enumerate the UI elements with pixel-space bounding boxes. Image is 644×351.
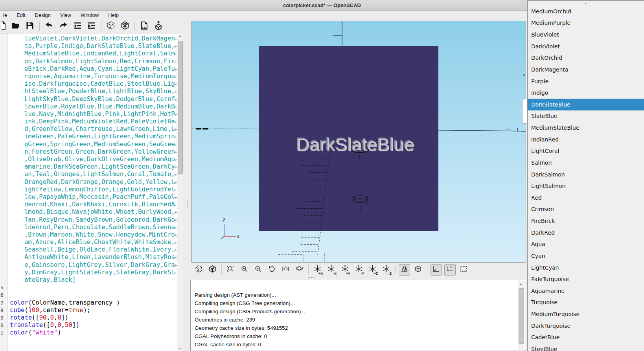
show-scale-icon: 10 [446, 265, 454, 275]
view-all-button[interactable]: 10 [280, 264, 291, 276]
dropdown-item[interactable]: CadetBlue [528, 332, 644, 344]
console-scrollbar[interactable]: ▲ [518, 281, 524, 350]
dropdown-item[interactable]: Crimson [528, 204, 644, 215]
view-left-button[interactable]: -X [326, 264, 337, 276]
console-output: Parsing design (AST generation)...Compil… [191, 280, 526, 349]
reset-view-button[interactable] [266, 264, 278, 276]
show-axes-icon [432, 265, 440, 275]
view-top-button[interactable]: +Z [367, 264, 378, 276]
preview-button[interactable]: » [193, 264, 204, 276]
export-stl-button[interactable]: STL [139, 21, 150, 32]
dropdown-item[interactable]: MediumTurquoise [528, 308, 644, 320]
indent-icon [87, 21, 96, 32]
dropdown-item[interactable]: FireBrick [528, 215, 644, 227]
open-file-button[interactable] [10, 21, 21, 32]
dropdown-item[interactable]: DarkViolet [528, 40, 644, 52]
dropdown-item[interactable]: Aqua [528, 239, 644, 250]
wrap-marker-icon: ↵ [174, 246, 177, 254]
toolbar-separator [395, 265, 396, 274]
dropdown-item[interactable]: DarkMagenta [528, 64, 644, 75]
dropdown-item[interactable]: Salmon [528, 157, 644, 169]
chevron-down-icon: ∨ [523, 73, 525, 77]
dropdown-item-selected[interactable]: DarkSlateBlue [528, 99, 644, 110]
dropdown-item[interactable]: Purple [528, 75, 644, 87]
dropdown-item[interactable]: Aquamarine [528, 285, 644, 297]
line-number: 5 [0, 284, 4, 291]
dropdown-item[interactable]: DarkRed [528, 227, 644, 239]
code-editor[interactable]: lueViolet,DarkViolet,DarkOrchid,DarkMage… [0, 33, 177, 351]
wrap-marker-icon: ↵ [174, 254, 177, 261]
axis-label: -X [333, 272, 337, 276]
save-button[interactable] [24, 21, 35, 32]
scroll-down-icon[interactable]: ▼ [177, 345, 183, 351]
console-splitter-handle[interactable] [308, 277, 315, 278]
editor-line: ,Brown,Maroon,White,Snow,Honeydew,MintCr… [0, 231, 177, 239]
dropdown-item[interactable]: PaleTurquoise [528, 273, 644, 285]
orbit-button[interactable] [294, 264, 305, 276]
editor-line: on,DarkSalmon,LightSalmon,Red,Crimson,Fi… [0, 58, 177, 65]
dropdown-item[interactable]: Turquoise [528, 297, 644, 309]
zoom-all-button[interactable] [225, 264, 236, 276]
wrap-marker-icon: ↵ [174, 58, 177, 66]
axis-label: -Z [388, 272, 392, 276]
editor-line: y,DimGray,LightSlateGray,SlateGray,DarkS… [0, 269, 177, 276]
new-file-button[interactable] [2, 21, 7, 32]
orthogonal-button[interactable] [412, 264, 424, 276]
redo-button[interactable] [58, 21, 69, 32]
render-button[interactable] [120, 21, 131, 32]
dropdown-item[interactable]: Red [528, 192, 644, 204]
dropdown-item[interactable]: IndianRed [528, 134, 644, 145]
dropdown-item[interactable]: LightCyan [528, 262, 644, 274]
show-scale-button[interactable]: 10 [444, 264, 456, 276]
dropdown-items: MediumOrchidMediumPurpleBlueVioletDarkVi… [528, 6, 644, 351]
dropdown-item[interactable]: MediumPurple [528, 17, 644, 29]
svg-text:»: » [197, 268, 199, 272]
menu-item-design[interactable]: Design [33, 12, 53, 18]
menu-item-edit[interactable]: Edit [14, 12, 28, 18]
console-scrollbar-thumb[interactable] [519, 288, 524, 344]
unindent-button[interactable] [72, 21, 83, 32]
dropdown-item[interactable]: SlateBlue [528, 110, 644, 122]
splitter-handle [187, 200, 188, 207]
menu-item-view[interactable]: View [58, 12, 74, 18]
zoom-out-button[interactable] [252, 264, 264, 276]
view-back-button[interactable]: +Y [339, 264, 351, 276]
menu-item-window[interactable]: Window [78, 12, 101, 18]
dropdown-item[interactable]: DarkTurquoise [528, 320, 644, 332]
show-crosshair-button[interactable] [458, 264, 469, 276]
scroll-up-icon[interactable]: ▲ [177, 33, 183, 39]
indent-button[interactable] [86, 21, 97, 32]
view-bottom-button[interactable]: -Z [381, 264, 392, 276]
render-button[interactable] [207, 264, 218, 276]
dropdown-item[interactable]: Indigo [528, 87, 644, 99]
dropdown-item[interactable]: DarkSalmon [528, 169, 644, 180]
dropdown-item[interactable]: SteelBlue [528, 343, 644, 351]
dropdown-item[interactable]: Cyan [528, 250, 644, 262]
menu-item-le[interactable]: le [1, 12, 9, 18]
show-axes-button[interactable] [431, 264, 442, 276]
toolbar-separator [427, 265, 427, 274]
dropdown-item[interactable]: LightCoral [528, 145, 644, 157]
dropdown-item[interactable]: MediumSlateBlue [528, 122, 644, 134]
wrap-marker-icon: ↵ [174, 209, 177, 216]
dropdown-item[interactable]: MediumOrchid [528, 6, 644, 17]
dropdown-item[interactable]: LightSalmon [528, 180, 644, 192]
render-icon [208, 265, 217, 275]
3d-viewport[interactable]: DarkSlateBlue Zx [191, 21, 526, 263]
console-line: Geometry cache size in bytes: 5491552 [195, 324, 526, 332]
view-right-button[interactable]: +X [312, 264, 323, 276]
dropdown-item[interactable]: BlueViolet [528, 29, 644, 40]
zoom-in-button[interactable] [239, 264, 250, 276]
undo-button[interactable] [44, 21, 55, 32]
editor-scrollbar[interactable]: ▲ ▼ [177, 33, 183, 351]
dropdown-item[interactable]: DarkOrchid [528, 52, 644, 64]
menu-item-help[interactable]: Help [106, 12, 121, 18]
dropdown-scroll-up-icon[interactable]: ▲ [528, 1, 644, 6]
scroll-up-icon[interactable]: ▲ [518, 281, 524, 287]
preview-button[interactable]: » [105, 21, 116, 32]
zoom-all-icon [226, 265, 235, 275]
editor-line: lowerBlue,RoyalBlue,Blue,MediumBlue,Dark… [0, 103, 177, 110]
view-front-button[interactable]: -Y [353, 264, 364, 276]
print-3d-button[interactable] [153, 21, 164, 32]
perspective-button[interactable] [399, 264, 410, 276]
